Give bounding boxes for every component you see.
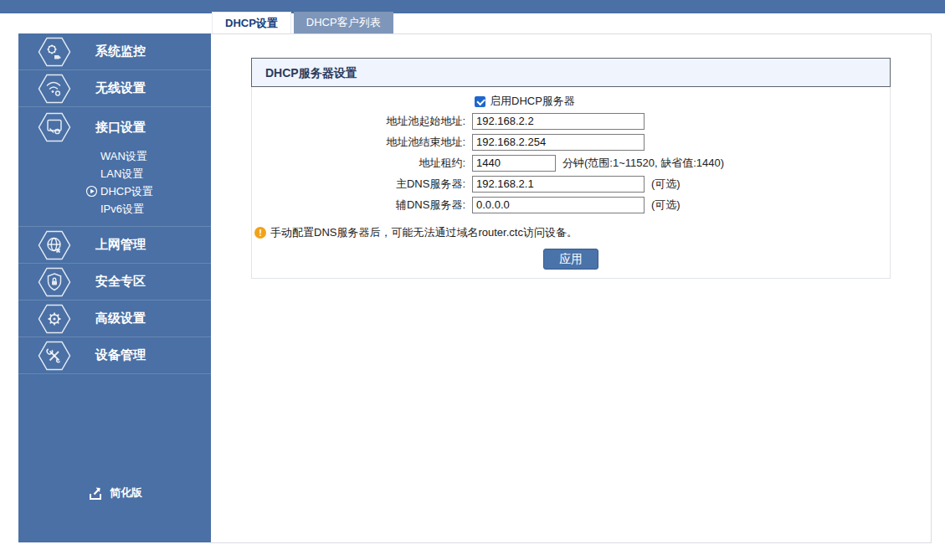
main-content: DHCP服务器设置 启用DHCP服务器 地址池起始地址: 地址池结束地址: 地址… — [211, 33, 932, 543]
primary-dns-label: 主DNS服务器: — [252, 177, 465, 192]
lease-time-row: 地址租约: 分钟(范围:1~11520, 缺省值:1440) — [252, 152, 890, 173]
tab-dhcp-client-list[interactable]: DHCP客户列表 — [294, 12, 393, 33]
tab-bar: DHCP设置 DHCP客户列表 — [212, 12, 393, 33]
pool-start-input[interactable] — [472, 113, 645, 130]
lease-time-label: 地址租约: — [252, 156, 465, 171]
sidebar-item-device-management[interactable]: 设备管理 — [18, 337, 211, 374]
primary-dns-suffix: (可选) — [651, 177, 681, 192]
sidebar-subitem-label: DHCP设置 — [100, 185, 153, 198]
pool-end-row: 地址池结束地址: — [252, 131, 890, 152]
secondary-dns-input[interactable] — [472, 197, 645, 213]
tools-icon — [38, 341, 71, 371]
sidebar-item-advanced[interactable]: 高级设置 — [18, 301, 211, 337]
sidebar-subitem-lan[interactable]: LAN设置 — [18, 165, 211, 182]
sidebar-item-label: 接口设置 — [95, 120, 146, 136]
sidebar-item-wireless[interactable]: 无线设置 — [18, 70, 211, 107]
pool-start-row: 地址池起始地址: — [252, 110, 890, 131]
dns-warning: ! 手动配置DNS服务器后，可能无法通过域名router.ctc访问设备。 — [252, 225, 890, 240]
sidebar-item-system-monitor[interactable]: 系统监控 — [18, 33, 211, 70]
pool-start-label: 地址池起始地址: — [252, 114, 465, 129]
lease-time-input[interactable] — [472, 155, 556, 172]
interface-icon — [38, 112, 71, 142]
sidebar-subitem-wan[interactable]: WAN设置 — [18, 147, 211, 165]
sidebar-item-internet-management[interactable]: 上网管理 — [18, 227, 211, 264]
sidebar: 系统监控 无线设置 接口设置 — [18, 33, 211, 542]
simplified-version-button[interactable]: 简化版 — [18, 484, 211, 502]
internet-globe-icon — [38, 230, 71, 260]
sidebar-item-label: 上网管理 — [95, 237, 146, 253]
panel-body: 启用DHCP服务器 地址池起始地址: 地址池结束地址: 地址租约: 分钟(范围:… — [251, 87, 891, 279]
apply-button[interactable]: 应用 — [543, 249, 598, 270]
pool-end-label: 地址池结束地址: — [252, 135, 465, 150]
system-monitor-icon — [38, 37, 71, 67]
primary-dns-input[interactable] — [472, 176, 645, 193]
sidebar-subitem-ipv6[interactable]: IPv6设置 — [18, 200, 211, 218]
sidebar-item-interface[interactable]: 接口设置 — [18, 107, 211, 147]
play-circle-icon — [85, 185, 98, 198]
simplified-version-label: 简化版 — [110, 486, 142, 501]
export-icon — [87, 484, 105, 502]
panel-title: DHCP服务器设置 — [251, 58, 891, 87]
pool-end-input[interactable] — [472, 134, 645, 151]
enable-dhcp-label: 启用DHCP服务器 — [490, 94, 575, 109]
wireless-icon — [38, 74, 71, 104]
secondary-dns-row: 辅DNS服务器: (可选) — [252, 194, 890, 215]
sidebar-item-label: 无线设置 — [95, 80, 146, 96]
secondary-dns-label: 辅DNS服务器: — [252, 198, 465, 213]
sidebar-item-label: 安全专区 — [95, 274, 146, 290]
sidebar-item-label: 高级设置 — [95, 311, 146, 326]
lease-time-suffix: 分钟(范围:1~11520, 缺省值:1440) — [562, 156, 724, 171]
enable-dhcp-row: 启用DHCP服务器 — [252, 92, 890, 110]
sidebar-item-security[interactable]: 安全专区 — [18, 264, 211, 301]
interface-submenu: WAN设置 LAN设置 DHCP设置 IPv6设置 — [18, 147, 211, 226]
warning-icon: ! — [254, 227, 266, 239]
secondary-dns-suffix: (可选) — [651, 198, 681, 213]
dhcp-server-panel: DHCP服务器设置 启用DHCP服务器 地址池起始地址: 地址池结束地址: 地址… — [251, 58, 891, 279]
enable-dhcp-checkbox[interactable] — [475, 96, 485, 107]
tab-dhcp-settings[interactable]: DHCP设置 — [212, 12, 291, 33]
shield-lock-icon — [38, 267, 71, 297]
sidebar-item-label: 系统监控 — [95, 44, 146, 59]
gear-icon — [38, 304, 71, 334]
sidebar-item-label: 设备管理 — [95, 347, 146, 363]
warning-text: 手动配置DNS服务器后，可能无法通过域名router.ctc访问设备。 — [270, 225, 578, 240]
sidebar-subitem-dhcp[interactable]: DHCP设置 — [18, 182, 211, 200]
sidebar-group-interface: 接口设置 WAN设置 LAN设置 DHCP设置 IPv6设置 — [18, 107, 211, 227]
top-bar — [0, 0, 945, 13]
primary-dns-row: 主DNS服务器: (可选) — [252, 173, 890, 194]
